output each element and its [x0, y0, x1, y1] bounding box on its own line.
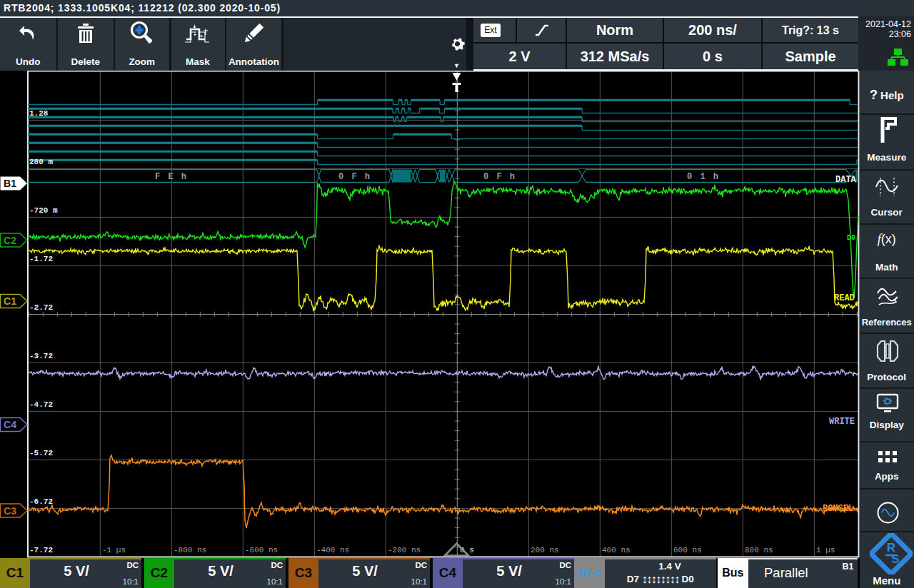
svg-text:-6.72: -6.72 [29, 497, 53, 506]
svg-text:F E h: F E h [155, 172, 188, 182]
svg-text:200 ns: 200 ns [531, 546, 559, 554]
svg-text:D0: D0 [847, 234, 855, 242]
svg-text:0 F h: 0 F h [338, 172, 371, 182]
svg-text:400 ns: 400 ns [602, 546, 631, 554]
svg-text:C4: C4 [4, 419, 16, 430]
svg-text:-5.72: -5.72 [29, 449, 53, 457]
svg-text:-1 µs: -1 µs [102, 546, 126, 554]
svg-text:-3.72: -3.72 [29, 352, 53, 360]
svg-text:B1: B1 [4, 178, 16, 189]
svg-text:0 1 h: 0 1 h [687, 172, 720, 182]
svg-text:C3: C3 [4, 505, 16, 517]
svg-text:-720 m: -720 m [29, 206, 58, 215]
svg-text:800 ns: 800 ns [745, 546, 773, 554]
svg-text:1 µs: 1 µs [816, 546, 835, 554]
svg-text:-7.72: -7.72 [29, 546, 53, 554]
svg-text:280 m: 280 m [29, 158, 53, 166]
svg-text:-2.72: -2.72 [29, 303, 53, 312]
svg-text:-800 ns: -800 ns [174, 546, 206, 554]
svg-text:DATA: DATA [835, 175, 857, 185]
svg-text:WRITE: WRITE [829, 417, 855, 427]
svg-text:600 ns: 600 ns [673, 546, 702, 554]
svg-text:-600 ns: -600 ns [245, 546, 278, 554]
svg-text:-4.72: -4.72 [29, 400, 53, 409]
svg-text:0 F h: 0 F h [483, 172, 516, 182]
svg-text:C1: C1 [4, 295, 16, 307]
svg-text:1.28: 1.28 [29, 109, 49, 118]
svg-text:ROMSEL: ROMSEL [823, 504, 853, 514]
svg-text:-200 ns: -200 ns [388, 546, 421, 554]
svg-text:-400 ns: -400 ns [316, 546, 349, 554]
svg-text:C2: C2 [4, 235, 16, 246]
svg-text:-1.72: -1.72 [29, 255, 53, 263]
svg-text:READ: READ [834, 293, 855, 303]
